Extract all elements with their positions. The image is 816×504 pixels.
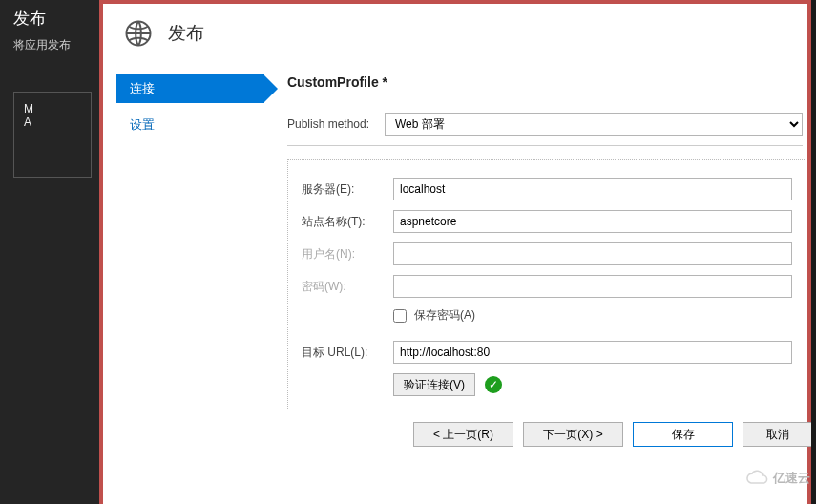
dest-url-input[interactable] <box>393 341 792 364</box>
validate-row: 验证连接(V) ✓ <box>393 373 792 396</box>
server-row: 服务器(E): <box>302 178 792 200</box>
bg-title: 发布 <box>13 8 92 30</box>
side-nav: 连接 设置 <box>116 65 264 504</box>
dest-url-label: 目标 URL(L): <box>302 345 393 361</box>
user-label: 用户名(N): <box>302 246 393 262</box>
save-button[interactable]: 保存 <box>633 422 733 447</box>
server-input[interactable] <box>393 178 792 200</box>
globe-icon <box>124 19 153 48</box>
save-password-label: 保存密码(A) <box>414 307 475 324</box>
profile-title: CustomProfile * <box>287 74 807 90</box>
server-label: 服务器(E): <box>302 181 393 198</box>
dialog-footer: < 上一页(R) 下一页(X) > 保存 取消 <box>287 410 811 452</box>
nav-item-connect[interactable]: 连接 <box>116 74 264 103</box>
cancel-button[interactable]: 取消 <box>743 422 811 447</box>
dialog-title: 发布 <box>168 21 204 46</box>
publish-dialog: 发布 连接 设置 CustomProfile * Publish method:… <box>103 4 807 504</box>
nav-item-settings[interactable]: 设置 <box>116 111 264 139</box>
password-row: 密码(W): <box>302 275 792 298</box>
publish-method-label: Publish method: <box>287 117 385 131</box>
content-area: CustomProfile * Publish method: Web 部署 服… <box>264 65 807 504</box>
site-input[interactable] <box>393 210 792 233</box>
divider <box>287 145 803 146</box>
dialog-header: 发布 <box>103 4 807 65</box>
bg-card: M A <box>13 92 92 178</box>
publish-method-row: Publish method: Web 部署 <box>287 113 807 136</box>
background-panel: 发布 将应用发布 M A <box>0 0 105 504</box>
bg-subtitle: 将应用发布 <box>13 37 92 53</box>
user-input[interactable] <box>393 242 792 265</box>
check-ok-icon: ✓ <box>485 376 502 393</box>
save-password-row: 保存密码(A) <box>393 307 792 324</box>
user-row: 用户名(N): <box>302 242 792 265</box>
dialog-body: 连接 设置 CustomProfile * Publish method: We… <box>103 65 807 504</box>
password-label: 密码(W): <box>302 279 393 295</box>
site-row: 站点名称(T): <box>302 210 792 233</box>
save-password-checkbox[interactable] <box>393 309 407 323</box>
password-input[interactable] <box>393 275 792 298</box>
publish-method-select[interactable]: Web 部署 <box>385 113 803 136</box>
site-label: 站点名称(T): <box>302 214 393 230</box>
dest-url-row: 目标 URL(L): <box>302 341 792 364</box>
next-button[interactable]: 下一页(X) > <box>523 422 623 447</box>
connection-panel: 服务器(E): 站点名称(T): 用户名(N): 密码(W): <box>287 159 806 410</box>
validate-connection-button[interactable]: 验证连接(V) <box>393 373 475 396</box>
prev-button[interactable]: < 上一页(R) <box>413 422 513 447</box>
dialog-outer-border: 发布 连接 设置 CustomProfile * Publish method:… <box>99 0 811 504</box>
